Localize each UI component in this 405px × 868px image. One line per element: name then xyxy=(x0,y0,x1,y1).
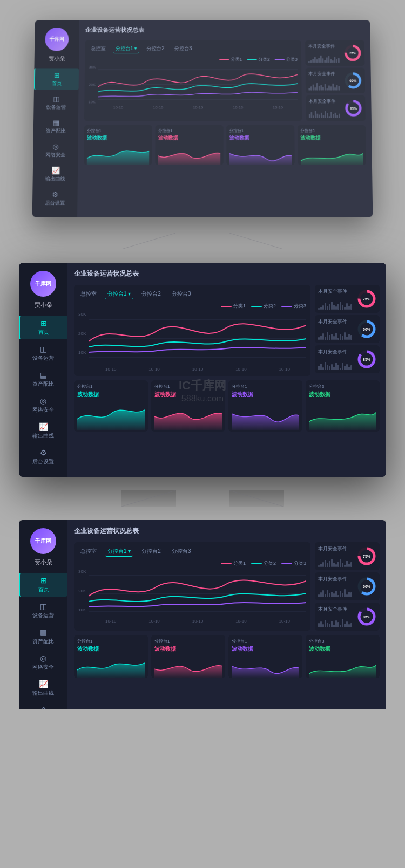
stat-info-2-1: 本月安全事件 xyxy=(318,288,354,310)
sidebar-item-assets-2[interactable]: ▦ 资产配比 xyxy=(19,367,68,391)
wave-card-1-green: 分控台3 波动数据 xyxy=(298,125,366,165)
donut-3-3: 85% xyxy=(357,607,376,626)
sidebar-item-ops-3[interactable]: ◫ 设备运营 xyxy=(19,599,68,623)
tab-main-1[interactable]: 总控室 xyxy=(89,44,108,53)
tab-sub2-3[interactable]: 分控台2 xyxy=(139,546,163,557)
stat-card-3-3: 本月安全事件 xyxy=(315,603,380,631)
donut-text-1-3: 85% xyxy=(350,106,357,110)
sidebar-item-assets-3[interactable]: ▦ 资产配比 xyxy=(19,625,68,648)
tab-main-2[interactable]: 总控室 xyxy=(78,289,99,299)
tab-sub3-2[interactable]: 分控台3 xyxy=(170,289,193,299)
main-content-2: 企业设备运营状况总表 总控室 分控台1 ▾ 分控台2 分控台3 分类1 分类2 … xyxy=(68,263,386,477)
legend-item-2: 分类2 xyxy=(247,57,269,63)
username-2: 贾小朵 xyxy=(35,301,52,309)
main-content-1: 企业设备运营状况总表 总控室 分控台1 ▾ 分控台2 分控台3 分类1 分类2 … xyxy=(77,20,373,217)
sidebar-item-home-3[interactable]: ⊞ 首页 xyxy=(19,573,68,597)
wave-label-1-purple: 分控台1 xyxy=(230,128,292,133)
sidebar-item-ops-2[interactable]: ◫ 设备运营 xyxy=(19,341,68,365)
wave-label-3-pink: 分控台1 xyxy=(154,638,222,644)
assets-icon-3: ▦ xyxy=(40,628,47,637)
wave-label-2-green: 分控台3 xyxy=(309,384,376,389)
tab-sub2-1[interactable]: 分控台2 xyxy=(145,44,166,53)
donut-text-2-2: 60% xyxy=(363,327,370,331)
security-icon-2: ◎ xyxy=(40,397,46,405)
home-icon-3: ⊞ xyxy=(40,576,47,585)
stat-label-3-2: 本月安全事件 xyxy=(318,576,354,583)
avatar-1: 千库网 xyxy=(45,28,69,51)
dashboard-card-1: 千库网 贾小朵 ⊞ 首页 ◫ 设备运营 ▦ 资产配比 ◎ 网络安全 xyxy=(32,20,373,217)
tab-sub3-3[interactable]: 分控台3 xyxy=(170,546,193,557)
stat-label-2-2: 本月安全事件 xyxy=(318,318,354,325)
legend-item-2-3: 分类3 xyxy=(281,303,306,310)
wave-cards-3: 分控台1 波动数据 xyxy=(74,635,380,678)
sidebar-item-charts-2[interactable]: 📈 输出曲线 xyxy=(19,419,68,443)
sidebar-3: 千库网 贾小朵 ⊞ 首页 ◫ 设备运营 ▦ 资产配比 ◎ 网络安全 xyxy=(19,520,68,709)
connector-lines-2 xyxy=(94,490,310,507)
donut-text-1-1: 75% xyxy=(349,51,356,54)
line-chart-svg-2 xyxy=(89,312,306,366)
sidebar-item-charts-3[interactable]: 📈 输出曲线 xyxy=(19,676,68,700)
wave-title-2-pink: 波动数据 xyxy=(154,391,222,398)
donut-text-2-3: 85% xyxy=(363,358,370,361)
tab-sub2-2[interactable]: 分控台2 xyxy=(139,289,163,299)
stats-panel-3: 本月安全事件 xyxy=(315,542,380,631)
tab-sub1-3[interactable]: 分控台1 ▾ xyxy=(105,546,133,557)
sidebar-item-security-2[interactable]: ◎ 网络安全 xyxy=(19,393,68,417)
stat-card-2-3: 本月安全事件 xyxy=(315,345,380,373)
wave-label-3-purple: 分控台1 xyxy=(232,638,299,644)
donut-1-1: 75% xyxy=(344,44,362,62)
top-section-2: 总控室 分控台1 ▾ 分控台2 分控台3 分类1 分类2 分类3 xyxy=(74,285,380,376)
stat-info-1-2: 本月安全事件 xyxy=(308,71,341,91)
stat-info-3-2: 本月安全事件 xyxy=(318,576,354,597)
dashboard-card-2: 千库网 贾小朵 ⊞ 首页 ◫ 设备运营 ▦ 资产配比 ◎ 网络安全 xyxy=(19,263,386,477)
tab-main-3[interactable]: 总控室 xyxy=(78,546,99,557)
tab-sub3-1[interactable]: 分控台3 xyxy=(172,44,194,53)
stat-info-2-2: 本月安全事件 xyxy=(318,318,354,340)
tab-sub1-1[interactable]: 分控台1 ▾ xyxy=(113,44,139,53)
donut-text-3-3: 85% xyxy=(363,615,370,619)
sidebar-1: 千库网 贾小朵 ⊞ 首页 ◫ 设备运营 ▦ 资产配比 ◎ 网络安全 xyxy=(32,20,79,217)
x-labels-2: 10-1010-1010-1010-1010-10 xyxy=(78,367,306,372)
sidebar-item-settings-3[interactable]: ⚙ 后台设置 xyxy=(19,702,68,709)
username-1: 贾小朵 xyxy=(49,55,65,63)
mini-bars-1-3 xyxy=(309,106,342,118)
settings-icon-1: ⚙ xyxy=(52,190,58,199)
dashboard-card-3: 千库网 贾小朵 ⊞ 首页 ◫ 设备运营 ▦ 资产配比 ◎ 网络安全 xyxy=(19,520,386,709)
mini-bars-2-1 xyxy=(318,296,354,310)
donut-text-1-2: 60% xyxy=(349,79,356,82)
wave-title-2-green: 波动数据 xyxy=(309,391,376,398)
sidebar-item-assets-1[interactable]: ▦ 资产配比 xyxy=(33,115,78,138)
sidebar-item-home-2[interactable]: ⊞ 首页 xyxy=(19,316,68,339)
sidebar-item-security-1[interactable]: ◎ 网络安全 xyxy=(33,140,78,162)
donut-3-2: 60% xyxy=(357,577,376,596)
assets-icon-2: ▦ xyxy=(40,371,47,379)
sidebar-item-charts-1[interactable]: 📈 输出曲线 xyxy=(32,163,78,186)
sidebar-item-ops-1[interactable]: ◫ 设备运营 xyxy=(33,92,78,113)
mini-bars-1-1 xyxy=(308,51,341,63)
tab-sub1-2[interactable]: 分控台1 ▾ xyxy=(105,289,133,299)
charts-icon-1: 📈 xyxy=(51,166,60,174)
sidebar-item-settings-2[interactable]: ⚙ 后台设置 xyxy=(19,445,68,469)
top-section-1: 总控室 分控台1 ▾ 分控台2 分控台3 分类1 分类2 分类3 xyxy=(84,40,366,121)
wave-card-2-pink: 分控台1 波动数据 xyxy=(151,380,225,432)
sidebar-item-security-3[interactable]: ◎ 网络安全 xyxy=(19,651,68,674)
wave-title-3-pink: 波动数据 xyxy=(154,645,222,653)
legend-item-3-2: 分类2 xyxy=(251,560,276,567)
legend-item-2-2: 分类2 xyxy=(251,303,276,310)
wave-title-1-cyan: 波动数据 xyxy=(87,134,149,141)
stat-card-2-2: 本月安全事件 xyxy=(315,315,380,343)
svg-line-21 xyxy=(230,490,284,507)
legend-2: 分类1 分类2 分类3 xyxy=(78,303,306,310)
wave-label-1-cyan: 分控台1 xyxy=(87,128,149,133)
stat-label-1-2: 本月安全事件 xyxy=(308,71,341,77)
donut-3-1: 75% xyxy=(357,546,376,566)
line-chart-svg-1 xyxy=(98,65,298,104)
sidebar-item-settings-1[interactable]: ⚙ 后台设置 xyxy=(32,187,78,209)
wave-label-2-pink: 分控台1 xyxy=(154,384,222,389)
donut-1-3: 85% xyxy=(345,99,362,117)
line-chart-svg-3 xyxy=(89,569,306,618)
main-chart-2: 总控室 分控台1 ▾ 分控台2 分控台3 分类1 分类2 分类3 xyxy=(74,285,310,376)
donut-1-2: 60% xyxy=(344,72,362,90)
sidebar-item-home-1[interactable]: ⊞ 首页 xyxy=(34,68,79,90)
stat-card-1-1: 本月安全事件 xyxy=(305,40,364,66)
